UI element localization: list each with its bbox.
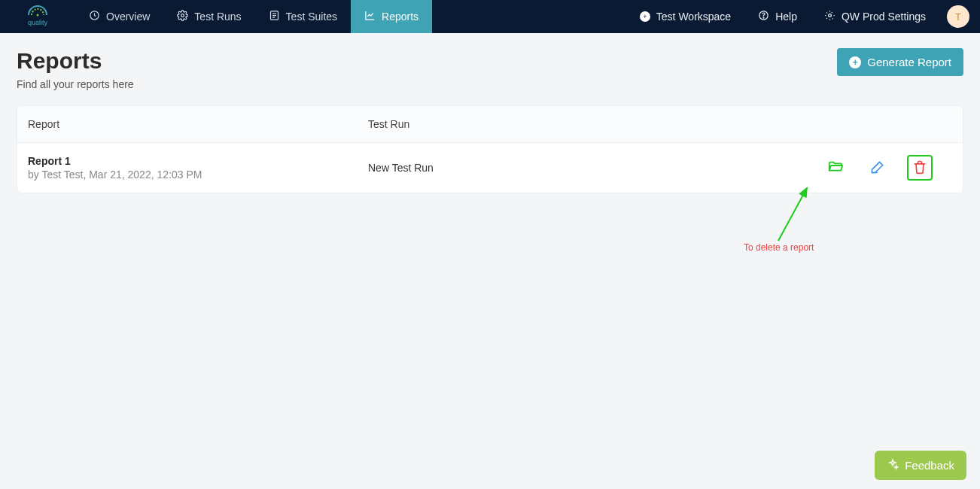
nav-right: + Test Workspace Help QW Prod Settings T [626, 0, 980, 33]
open-report-button[interactable] [823, 155, 848, 181]
table-header: Report Test Run [17, 106, 963, 143]
trash-icon [912, 159, 927, 177]
page-body: Reports Find all your reports here + Gen… [0, 33, 980, 208]
gear-icon [177, 10, 188, 23]
avatar-initial: T [955, 11, 961, 23]
col-header-test-run: Test Run [358, 106, 744, 142]
folder-open-icon [827, 159, 844, 178]
nav-label: Test Runs [194, 11, 241, 23]
dashboard-icon [89, 10, 100, 23]
nav-label: Overview [106, 11, 150, 23]
page-header: Reports Find all your reports here + Gen… [17, 48, 963, 90]
generate-report-button[interactable]: + Generate Report [837, 48, 963, 76]
page-subtitle: Find all your reports here [17, 78, 134, 90]
svg-text:quality: quality [28, 19, 48, 26]
sparkle-icon [887, 458, 899, 472]
generate-report-label: Generate Report [867, 56, 951, 68]
workspace-dot-icon: + [640, 11, 650, 22]
brand-logo[interactable]: quality [0, 5, 75, 28]
gear-icon [824, 10, 835, 23]
workspace-selector[interactable]: + Test Workspace [626, 11, 744, 23]
report-name[interactable]: Report 1 [28, 155, 347, 167]
col-header-report: Report [17, 106, 358, 142]
table-row: Report 1 by Test Test, Mar 21, 2022, 12:… [17, 143, 963, 193]
reports-table: Report Test Run Report 1 by Test Test, M… [17, 105, 963, 193]
nav-left: Overview Test Runs Test Suites Reports [75, 0, 432, 33]
pencil-icon [870, 159, 885, 177]
svg-point-7 [829, 14, 832, 17]
svg-point-0 [37, 14, 39, 17]
report-byline: by Test Test, Mar 21, 2022, 12:03 PM [28, 169, 347, 181]
page-title: Reports [17, 48, 134, 74]
nav-label: Reports [382, 11, 418, 23]
help-icon [758, 10, 769, 23]
feedback-label: Feedback [905, 459, 954, 472]
nav-label: Test Suites [286, 11, 337, 23]
edit-report-button[interactable] [865, 155, 890, 181]
top-nav: quality Overview Test Runs Test Suites [0, 0, 980, 33]
plus-circle-icon: + [849, 56, 861, 68]
svg-point-6 [763, 17, 764, 18]
col-header-actions [744, 106, 963, 142]
annotation-text: To delete a report [744, 242, 814, 253]
nav-reports[interactable]: Reports [351, 0, 432, 33]
delete-report-button[interactable] [907, 155, 933, 181]
user-avatar[interactable]: T [947, 5, 969, 28]
help-link[interactable]: Help [744, 10, 811, 23]
svg-point-3 [181, 14, 184, 17]
nav-test-suites[interactable]: Test Suites [255, 0, 351, 33]
report-test-run: New Test Run [358, 150, 744, 186]
workspace-label: Test Workspace [656, 11, 731, 23]
settings-link[interactable]: QW Prod Settings [811, 10, 939, 23]
checklist-icon [269, 10, 280, 23]
settings-label: QW Prod Settings [842, 11, 926, 23]
nav-test-runs[interactable]: Test Runs [163, 0, 254, 33]
help-label: Help [775, 11, 797, 23]
feedback-button[interactable]: Feedback [875, 451, 966, 480]
chart-icon [364, 10, 376, 23]
nav-overview[interactable]: Overview [75, 0, 163, 33]
